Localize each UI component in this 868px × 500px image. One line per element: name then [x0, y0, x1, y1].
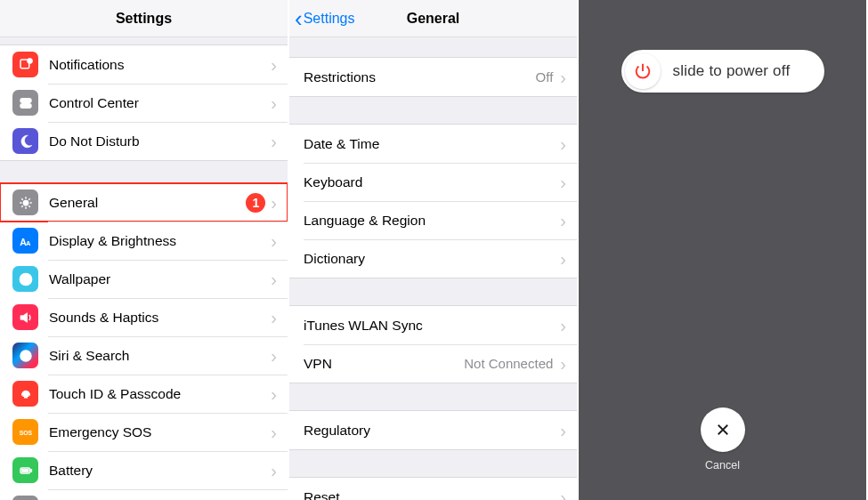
- row-label: Date & Time: [304, 136, 560, 152]
- settings-list: Notifications › Control Center › Do Not …: [0, 44, 288, 500]
- row-label: Keyboard: [304, 174, 560, 190]
- text-size-icon: AA: [12, 228, 38, 254]
- settings-item-label: Control Center: [49, 95, 265, 111]
- chevron-right-icon: ›: [560, 212, 566, 230]
- svg-text:A: A: [26, 238, 31, 246]
- close-icon: [715, 422, 731, 438]
- settings-item-label: Touch ID & Passcode: [49, 386, 265, 402]
- settings-item-label: Battery: [49, 463, 265, 479]
- svg-point-12: [20, 351, 31, 361]
- chevron-right-icon: ›: [560, 69, 566, 86]
- power-off-slider[interactable]: slide to power off: [621, 50, 824, 93]
- settings-item-wallpaper[interactable]: Wallpaper ›: [0, 260, 288, 298]
- settings-group-1: Notifications › Control Center › Do Not …: [0, 44, 288, 161]
- settings-item-label: Emergency SOS: [49, 424, 265, 440]
- chevron-right-icon: ›: [271, 385, 277, 403]
- chevron-right-icon: ›: [271, 309, 277, 327]
- chevron-right-icon: ›: [271, 423, 277, 441]
- settings-item-do-not-disturb[interactable]: Do Not Disturb ›: [0, 122, 288, 160]
- general-item-regulatory[interactable]: Regulatory ›: [289, 411, 577, 449]
- settings-item-label: General: [49, 195, 246, 211]
- settings-header: Settings: [0, 0, 288, 37]
- svg-rect-16: [21, 469, 28, 472]
- siri-icon: [12, 343, 38, 368]
- chevron-right-icon: ›: [271, 347, 277, 365]
- chevron-right-icon: ›: [560, 173, 566, 191]
- row-label: VPN: [304, 356, 464, 372]
- power-off-panel: slide to power off Cancel: [579, 0, 868, 500]
- svg-point-6: [23, 200, 28, 205]
- notification-badge: 1: [246, 193, 265, 213]
- row-label: iTunes WLAN Sync: [304, 318, 560, 334]
- settings-item-label: Do Not Disturb: [49, 133, 265, 149]
- settings-item-touch-id-passcode[interactable]: Touch ID & Passcode ›: [0, 375, 288, 413]
- chevron-right-icon: ›: [271, 462, 277, 480]
- svg-point-5: [27, 104, 28, 106]
- gear-icon: [12, 190, 38, 215]
- sos-icon: SOS: [12, 419, 38, 445]
- general-item-vpn[interactable]: VPN Not Connected ›: [289, 344, 577, 383]
- chevron-right-icon: ›: [560, 355, 566, 373]
- settings-item-label: Display & Brightness: [49, 233, 265, 249]
- notifications-icon: [12, 52, 38, 77]
- general-item-itunes-wlan-sync[interactable]: iTunes WLAN Sync ›: [289, 306, 577, 344]
- slider-text: slide to power off: [673, 62, 791, 80]
- svg-text:SOS: SOS: [19, 430, 32, 436]
- general-item-reset[interactable]: Reset ›: [289, 478, 577, 500]
- row-label: Reset: [304, 489, 560, 501]
- control-center-icon: [12, 90, 38, 116]
- cancel-button[interactable]: [701, 407, 745, 452]
- general-item-dictionary[interactable]: Dictionary ›: [289, 239, 577, 278]
- settings-item-control-center[interactable]: Control Center ›: [0, 84, 288, 122]
- chevron-right-icon: ›: [271, 194, 277, 212]
- wallpaper-icon: [12, 266, 38, 292]
- general-item-keyboard[interactable]: Keyboard ›: [289, 163, 577, 201]
- general-title: General: [407, 11, 460, 27]
- row-label: Language & Region: [304, 213, 560, 229]
- hand-icon: [12, 496, 38, 500]
- settings-item-siri-search[interactable]: Siri & Search ›: [0, 336, 288, 375]
- general-item-date-time[interactable]: Date & Time ›: [289, 125, 577, 163]
- general-item-language-region[interactable]: Language & Region ›: [289, 201, 577, 239]
- chevron-right-icon: ›: [271, 270, 277, 288]
- general-item-restrictions[interactable]: Restrictions Off ›: [289, 58, 577, 96]
- settings-title: Settings: [116, 11, 172, 27]
- cancel-label: Cancel: [701, 459, 745, 472]
- power-icon: [625, 53, 661, 89]
- settings-item-general[interactable]: General 1 ›: [0, 183, 288, 222]
- svg-point-4: [21, 99, 23, 101]
- chevron-right-icon: ›: [560, 317, 566, 335]
- chevron-right-icon: ›: [560, 250, 566, 268]
- chevron-right-icon: ›: [560, 422, 566, 440]
- svg-point-11: [20, 273, 32, 286]
- row-value: Not Connected: [464, 356, 553, 371]
- settings-item-label: Sounds & Haptics: [49, 310, 265, 326]
- chevron-right-icon: ›: [271, 133, 277, 150]
- settings-item-battery[interactable]: Battery ›: [0, 451, 288, 489]
- chevron-left-icon: ‹: [295, 7, 303, 30]
- row-value: Off: [536, 69, 554, 85]
- settings-item-display-brightness[interactable]: AA Display & Brightness ›: [0, 222, 288, 260]
- back-button[interactable]: ‹ Settings: [295, 0, 354, 36]
- chevron-right-icon: ›: [560, 488, 566, 501]
- chevron-right-icon: ›: [271, 56, 277, 74]
- settings-item-label: Notifications: [49, 57, 265, 73]
- svg-rect-15: [30, 469, 32, 472]
- moon-icon: [12, 128, 38, 154]
- settings-item-notifications[interactable]: Notifications ›: [0, 45, 288, 84]
- chevron-right-icon: ›: [271, 94, 277, 112]
- settings-item-emergency-sos[interactable]: SOS Emergency SOS ›: [0, 413, 288, 451]
- back-label: Settings: [304, 11, 355, 27]
- row-label: Regulatory: [304, 423, 560, 439]
- row-label: Restrictions: [304, 69, 536, 85]
- settings-group-2: General 1 › AA Display & Brightness › Wa…: [0, 182, 288, 500]
- cancel-area: Cancel: [701, 407, 745, 472]
- general-header: ‹ Settings General: [289, 0, 577, 37]
- svg-point-1: [27, 58, 32, 63]
- settings-item-label: Wallpaper: [49, 271, 265, 287]
- settings-item-sounds-haptics[interactable]: Sounds & Haptics ›: [0, 298, 288, 336]
- general-settings-panel: ‹ Settings General Restrictions Off › Da…: [289, 0, 579, 500]
- settings-item-label: Siri & Search: [49, 348, 265, 364]
- settings-item-privacy[interactable]: Privacy ›: [0, 489, 288, 500]
- speaker-icon: [12, 304, 38, 330]
